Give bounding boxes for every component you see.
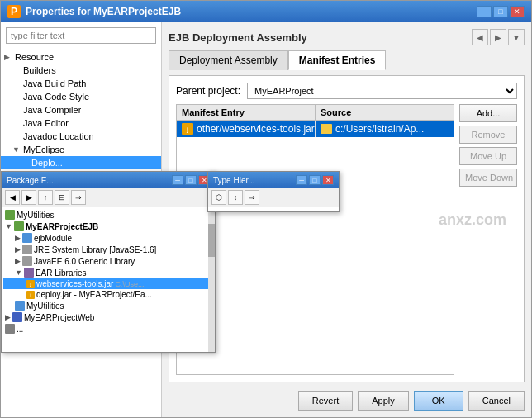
javaee-icon [22,256,32,266]
revert-button[interactable]: Revert [298,391,353,411]
pe-item-webservices-jar[interactable]: j webservices-tools.jar C:\Use... [3,278,213,289]
move-down-button[interactable]: Move Down [459,169,517,187]
remove-button[interactable]: Remove [459,126,517,144]
pe-item-ejbmodule[interactable]: ▶ ejbModule [3,232,213,244]
table-row[interactable]: j other/webservices-tools.jar c:/Users/l… [177,121,454,137]
ejb-project-icon [14,221,24,231]
type-hierarchy-window[interactable]: Type Hier... ─ □ ✕ ⬡ ↕ ⇒ [207,171,340,212]
sidebar-item-javadoc[interactable]: Javadoc Location [1,130,161,143]
pe-forward-button[interactable]: ▶ [21,190,36,205]
tabs-row: Deployment Assembly Manifest Entries [169,50,525,70]
jre-icon [22,245,32,254]
table-body: j other/webservices-tools.jar c:/Users/l… [177,121,454,374]
pe-item-myutilities[interactable]: MyUtilities [3,209,213,221]
pe-up-button[interactable]: ↑ [38,190,53,205]
add-button[interactable]: Add... [459,104,517,122]
expand-icon: ▶ [4,53,12,61]
more-icon [5,324,15,334]
jar-icon2: j [26,291,35,299]
pe-item-deploy-jar[interactable]: j deploy.jar - MyEARProject/Ea... [3,289,213,300]
nav-forward-button[interactable]: ▶ [490,29,506,45]
pe-scroll-thumb [208,224,215,257]
sidebar-item-builders[interactable]: Builders [1,64,161,77]
sidebar-item-deploy[interactable]: Deplo... [1,156,161,169]
pe-item-javaee[interactable]: ▶ JavaEE 6.0 Generic Library [3,255,213,267]
ear-icon [24,268,34,278]
col-manifest-entry: Manifest Entry [177,105,316,120]
close-button[interactable]: ✕ [510,6,525,17]
manifest-table: Manifest Entry Source j other/webservice… [176,104,454,375]
pkg-icon2 [15,301,25,311]
th-minimize-button[interactable]: ─ [296,175,307,185]
tab-manifest-entries[interactable]: Manifest Entries [288,50,387,70]
sidebar-item-java-editor[interactable]: Java Editor [1,116,161,130]
jar-icon: j [26,280,35,288]
right-panel-title: EJB Deployment Assembly [169,31,307,44]
dialog-title: Properties for MyEARProjectEJB [26,6,181,17]
bottom-buttons: Revert Apply OK Cancel [169,387,525,411]
cancel-button[interactable]: Cancel [468,391,525,411]
filter-input[interactable] [6,27,156,44]
move-up-button[interactable]: Move Up [459,147,517,165]
pe-item-myearprojectweb[interactable]: ▶ MyEARProjectWeb [3,311,213,323]
sidebar-item-myeclipse[interactable]: ▼ MyEclipse [1,143,161,156]
th-tool1[interactable]: ⬡ [211,190,226,205]
minimize-button[interactable]: ─ [477,6,492,17]
main-dialog: P Properties for MyEARProjectEJB ─ □ ✕ ▶… [0,0,532,418]
th-tool3[interactable]: ⇒ [245,190,259,205]
pe-toolbar: ◀ ▶ ↑ ⊟ ⇒ [2,188,215,207]
side-buttons: Add... Remove Move Up Move Down [459,104,517,375]
col-source: Source [316,105,454,120]
nav-dropdown-button[interactable]: ▼ [508,29,525,45]
pkg-icon [22,233,32,243]
ok-button[interactable]: OK [414,391,463,411]
tab-content: Parent project: MyEARProject Manifest En… [169,75,525,382]
th-toolbar: ⬡ ↕ ⇒ [208,188,339,207]
tab-deployment-assembly[interactable]: Deployment Assembly [169,50,288,70]
dialog-body: ▶ Resource Builders Java Build Path Java… [1,22,531,417]
entry-cell: j other/webservices-tools.jar [177,121,316,137]
title-bar: P Properties for MyEARProjectEJB ─ □ ✕ [1,1,531,22]
web-project-icon [12,312,22,322]
right-header: EJB Deployment Assembly ◀ ▶ ▼ [169,29,525,45]
project-icon [5,210,15,220]
pe-scrollbar[interactable] [208,207,215,352]
title-buttons: ─ □ ✕ [477,6,525,17]
sidebar-item-code-style[interactable]: Java Code Style [1,90,161,103]
pe-minimize-button[interactable]: ─ [172,175,183,185]
pe-item-myutilities2[interactable]: MyUtilities [3,300,213,311]
th-maximize-button[interactable]: □ [309,175,321,185]
pe-item-myearprojectejb[interactable]: ▼ MyEARProjectEJB [3,221,213,232]
pe-item-more[interactable]: ... [3,323,213,335]
sidebar-item-resource[interactable]: ▶ Resource [1,50,161,64]
parent-row: Parent project: MyEARProject [176,83,517,99]
jar-icon: j [182,123,193,135]
nav-arrows: ◀ ▶ ▼ [472,29,525,45]
pe-maximize-button[interactable]: □ [185,175,197,185]
title-bar-left: P Properties for MyEARProjectEJB [7,5,181,18]
pe-item-ear-libraries[interactable]: ▼ EAR Libraries [3,267,213,278]
folder-icon [321,124,332,134]
pe-item-jre[interactable]: ▶ JRE System Library [JavaSE-1.6] [3,244,213,255]
package-explorer-title: Package E... ─ □ ✕ [2,172,215,188]
nav-back-button[interactable]: ◀ [472,29,488,45]
pe-collapse-button[interactable]: ⊟ [55,190,69,205]
parent-label: Parent project: [176,85,240,97]
table-header: Manifest Entry Source [177,105,454,121]
package-explorer-window[interactable]: Package E... ─ □ ✕ ◀ ▶ ↑ ⊟ ⇒ [1,171,216,353]
maximize-button[interactable]: □ [493,6,508,17]
pe-link-button[interactable]: ⇒ [71,190,86,205]
pe-back-button[interactable]: ◀ [5,190,20,205]
right-panel: EJB Deployment Assembly ◀ ▶ ▼ Deployment… [162,22,531,417]
expand-icon: ▼ [12,145,21,154]
th-tool2[interactable]: ↕ [228,190,243,205]
package-explorer-tree: MyUtilities ▼ MyEARProjectEJB ▶ ejbModul… [2,207,215,352]
source-cell: c:/Users/lstrain/Ap... [316,121,454,137]
parent-project-select[interactable]: MyEARProject [247,83,517,99]
dialog-icon: P [7,5,21,18]
sidebar-item-java-compiler[interactable]: Java Compiler [1,103,161,116]
table-and-buttons: Manifest Entry Source j other/webservice… [176,104,517,375]
th-close-button[interactable]: ✕ [322,175,334,185]
sidebar-item-build-path[interactable]: Java Build Path [1,77,161,90]
apply-button[interactable]: Apply [358,391,409,411]
